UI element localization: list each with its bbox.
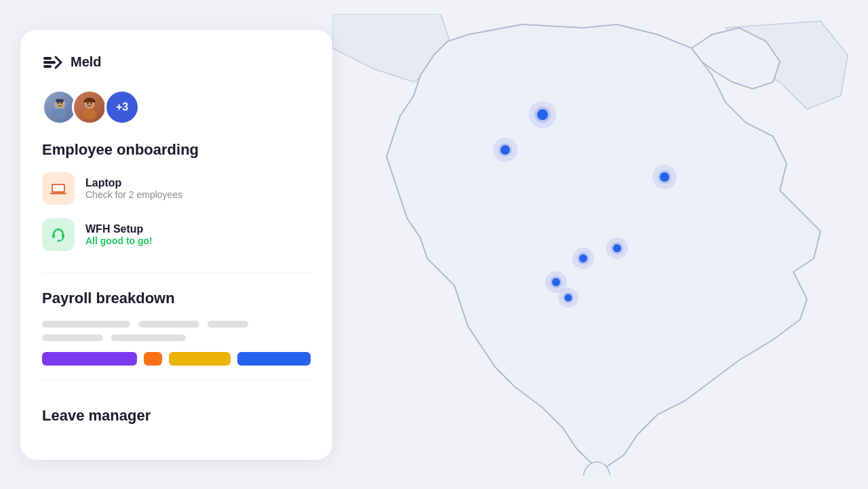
payroll-row-2 [42,334,311,341]
svg-point-40 [58,239,60,241]
svg-rect-24 [43,65,52,68]
svg-point-18 [552,278,560,286]
svg-rect-29 [56,99,64,102]
avatar-count: +3 [104,90,140,125]
svg-point-21 [565,294,572,301]
brand-name: Meld [71,54,102,70]
brand-header: Meld [42,52,311,73]
svg-point-9 [660,172,669,182]
avatar-female [72,90,107,125]
wfh-item-text: WFH Setup All good to go! [85,223,153,246]
payroll-bar-orange [144,352,162,366]
wfh-title: WFH Setup [85,223,153,235]
laptop-icon-bg [42,172,75,205]
map-container [326,0,868,489]
svg-rect-38 [52,234,55,238]
svg-point-34 [83,109,96,119]
main-card: Meld +3 [20,30,332,460]
section-divider-1 [42,273,311,273]
laptop-icon [49,179,68,198]
svg-point-32 [87,102,88,104]
onboarding-item-wfh[interactable]: WFH Setup All good to go! [42,218,311,251]
svg-rect-36 [53,185,64,191]
onboarding-item-laptop[interactable]: Laptop Check for 2 employees [42,172,311,205]
payroll-bar-2a [42,334,103,341]
laptop-subtitle: Check for 2 employees [85,189,182,200]
onboarding-title: Employee onboarding [42,141,311,159]
payroll-section: Payroll breakdown [42,290,311,366]
svg-point-27 [57,102,58,103]
svg-point-28 [60,102,62,103]
female-face-icon [77,95,102,119]
svg-point-30 [53,109,66,119]
svg-point-6 [500,145,510,155]
payroll-placeholder-bars [42,321,311,341]
wfh-subtitle: All good to go! [85,235,153,246]
payroll-row-1 [42,321,311,328]
payroll-bar-purple [42,352,137,366]
laptop-item-text: Laptop Check for 2 employees [85,177,182,200]
leave-title: Leave manager [42,407,311,425]
payroll-bar-blue [237,352,311,366]
svg-rect-23 [43,61,56,64]
payroll-bar-1c [208,321,248,328]
section-divider-2 [42,379,311,380]
avatars-row: +3 [42,90,311,125]
male-face-icon [47,95,72,119]
svg-rect-22 [43,57,52,60]
svg-rect-37 [50,193,66,195]
leave-section: Leave manager [42,407,311,438]
payroll-color-bars [42,352,311,366]
headset-icon [49,225,68,244]
svg-point-12 [579,254,587,262]
meld-logo-icon [42,52,64,73]
laptop-title: Laptop [85,177,182,189]
svg-point-3 [537,109,548,120]
payroll-bar-1a [42,321,130,328]
payroll-bar-yellow [169,352,230,366]
payroll-bar-2b [111,334,186,341]
payroll-title: Payroll breakdown [42,290,311,307]
svg-point-33 [90,102,92,104]
wfh-icon-bg [42,218,75,251]
svg-point-15 [613,244,621,252]
payroll-bar-1b [138,321,199,328]
